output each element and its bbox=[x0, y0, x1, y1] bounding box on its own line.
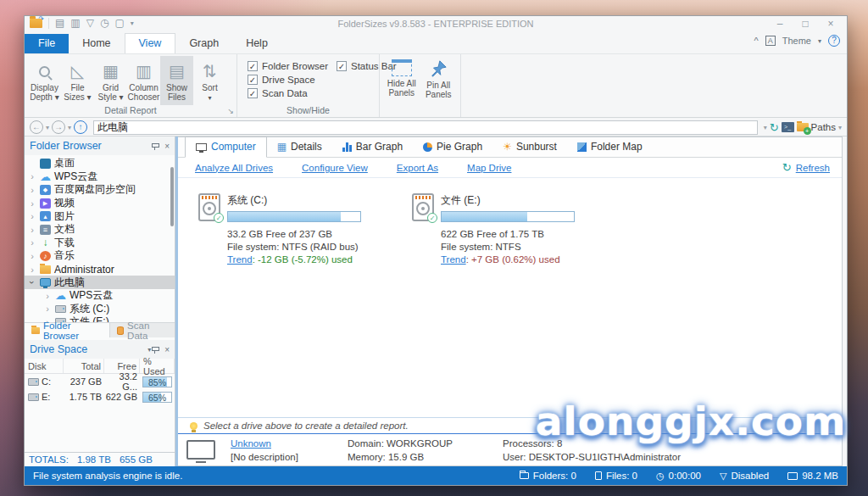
tab-view[interactable]: View bbox=[125, 33, 176, 53]
refresh-path-icon[interactable]: ↻ bbox=[770, 121, 779, 134]
back-history-caret[interactable]: ▾ bbox=[46, 124, 49, 131]
pin-panel-icon[interactable] bbox=[151, 346, 159, 354]
close-panel-icon[interactable]: × bbox=[164, 345, 170, 354]
status-bar: File system analysis engine is idle. Fol… bbox=[25, 466, 847, 485]
tree-item-pictures[interactable]: ›▲ 图片 bbox=[25, 209, 175, 223]
group-show-hide: ✓ Folder Browser ✓ Status Bar ✓ Drive Sp… bbox=[236, 54, 379, 117]
checkbox-icon: ✓ bbox=[248, 88, 258, 98]
left-panel: Folder Browser × 桌面 ›☁ WPS云盘 ›◆ 百度网盘同步空间… bbox=[25, 137, 175, 466]
drive-card-c[interactable]: ✓ 系统 (C:) 33.2 GB Free of 237 GB File sy… bbox=[198, 193, 361, 266]
sort-button[interactable]: ⇅ Sort▾ bbox=[193, 56, 226, 105]
baidu-pan-icon: ◆ bbox=[40, 185, 51, 195]
checkbox-drive-space[interactable]: ✓ Drive Space bbox=[248, 75, 328, 85]
checkbox-folder-browser[interactable]: ✓ Folder Browser bbox=[248, 61, 328, 71]
tree-item-administrator[interactable]: › Administrator bbox=[25, 263, 175, 276]
forward-history-caret[interactable]: ▾ bbox=[68, 124, 71, 131]
minimize-button[interactable]: – bbox=[767, 16, 793, 32]
add-path-icon[interactable] bbox=[797, 123, 809, 131]
drive-icon bbox=[55, 318, 66, 322]
tree-item-desktop[interactable]: 桌面 bbox=[25, 157, 175, 170]
folder-map-icon bbox=[577, 142, 587, 152]
computer-name-link[interactable]: Unknown bbox=[231, 438, 271, 449]
tab-bar-graph[interactable]: Bar Graph bbox=[332, 137, 413, 157]
tab-graph[interactable]: Graph bbox=[175, 34, 232, 53]
tab-folder-map[interactable]: Folder Map bbox=[567, 137, 653, 157]
theme-dropdown[interactable]: Theme bbox=[782, 36, 811, 46]
pin-panel-icon[interactable] bbox=[151, 142, 159, 150]
display-depth-icon bbox=[39, 66, 50, 77]
drive-row-c[interactable]: C: 237 GB 33.2 G... 85% bbox=[25, 374, 175, 389]
title-bar: ▤ ▥ ▽ ◷ ▢ ▾ FolderSizes v9.8.583 - ENTER… bbox=[25, 16, 847, 33]
configure-view-link[interactable]: Configure View bbox=[302, 163, 368, 173]
tree-item-downloads[interactable]: ›↓ 下载 bbox=[25, 237, 175, 250]
paths-button[interactable]: Paths bbox=[811, 122, 836, 132]
drive-free-space: 622 GB Free of 1.75 TB bbox=[441, 228, 575, 241]
drive-file-system: File system: NTFS bbox=[441, 241, 575, 254]
checkbox-scan-data[interactable]: ✓ Scan Data bbox=[248, 88, 328, 98]
trend-link[interactable]: Trend bbox=[227, 254, 253, 265]
analyze-all-drives-link[interactable]: Analyze All Drives bbox=[195, 163, 273, 173]
pin-all-panels-button[interactable]: Pin AllPanels bbox=[420, 56, 458, 105]
drive-name: 文件 (E:) bbox=[441, 193, 575, 208]
tab-details[interactable]: ▦ Details bbox=[267, 137, 332, 157]
folder-tree: 桌面 ›☁ WPS云盘 ›◆ 百度网盘同步空间 ›▶ 视频 ›▲ 图片 ›≡ 文… bbox=[25, 155, 175, 322]
back-button[interactable]: ← bbox=[30, 120, 43, 134]
table-header[interactable]: Disk Total Free % Used bbox=[25, 359, 175, 374]
tab-file[interactable]: File bbox=[25, 34, 69, 53]
maximize-button[interactable]: □ bbox=[793, 16, 818, 32]
display-depth-button[interactable]: DisplayDepth ▾ bbox=[28, 56, 61, 105]
tab-pie-graph[interactable]: Pie Graph bbox=[413, 137, 492, 157]
computer-icon bbox=[40, 278, 51, 287]
tree-item-drive-c[interactable]: › 系统 (C:) bbox=[25, 303, 175, 316]
tree-item-wps-cloud[interactable]: ›☁ WPS云盘 bbox=[25, 170, 175, 184]
hide-all-panels-button[interactable]: Hide AllPanels bbox=[383, 56, 420, 105]
up-button[interactable]: ↑ bbox=[74, 120, 87, 134]
monitor-icon bbox=[186, 440, 215, 460]
tab-sunburst[interactable]: ☀ Sunburst bbox=[492, 137, 567, 157]
theme-caret-icon[interactable]: ▾ bbox=[818, 37, 821, 45]
export-as-link[interactable]: Export As bbox=[397, 163, 438, 173]
tab-help[interactable]: Help bbox=[232, 34, 281, 53]
show-files-button[interactable]: ▤ ShowFiles bbox=[160, 56, 193, 105]
tree-item-wps-cloud-nested[interactable]: ›☁ WPS云盘 bbox=[25, 289, 175, 303]
tab-scan-data[interactable]: Scan Data bbox=[110, 323, 175, 337]
trend-link[interactable]: Trend bbox=[441, 254, 466, 265]
checkbox-icon: ✓ bbox=[248, 75, 258, 85]
trend-value: -12 GB (-5.72%) used bbox=[258, 254, 353, 265]
grid-style-button[interactable]: ▦ GridStyle ▾ bbox=[94, 56, 127, 105]
refresh-icon: ↻ bbox=[782, 161, 792, 174]
tab-home[interactable]: Home bbox=[69, 34, 124, 53]
tree-scrollbar[interactable] bbox=[170, 167, 174, 226]
column-chooser-button[interactable]: ▥ ColumnChooser bbox=[127, 56, 160, 105]
tree-item-drive-e[interactable]: › 文件 (E:) bbox=[25, 315, 175, 322]
path-dropdown-caret[interactable]: ▾ bbox=[764, 124, 767, 131]
tree-item-baidu-sync[interactable]: ›◆ 百度网盘同步空间 bbox=[25, 183, 175, 197]
dialog-launcher-icon[interactable]: ↘ bbox=[227, 107, 234, 115]
usage-bar bbox=[441, 211, 575, 222]
close-panel-icon[interactable]: × bbox=[164, 142, 170, 151]
close-button[interactable]: × bbox=[818, 16, 843, 32]
map-drive-link[interactable]: Map Drive bbox=[467, 163, 511, 173]
tree-item-documents[interactable]: ›≡ 文档 bbox=[25, 223, 175, 237]
tab-computer[interactable]: Computer bbox=[185, 137, 267, 158]
refresh-link[interactable]: Refresh bbox=[796, 163, 830, 173]
tab-folder-browser[interactable]: Folder Browser bbox=[25, 323, 110, 337]
tree-item-this-pc[interactable]: › 此电脑 bbox=[25, 276, 175, 289]
status-filter[interactable]: ▽ Disabled bbox=[720, 471, 769, 482]
drive-card-e[interactable]: ✓ 文件 (E:) 622 GB Free of 1.75 TB File sy… bbox=[412, 193, 575, 266]
paths-caret[interactable]: ▾ bbox=[838, 124, 842, 131]
path-input[interactable]: 此电脑 bbox=[93, 120, 758, 135]
bar-chart-icon bbox=[342, 142, 352, 152]
forward-button[interactable]: → bbox=[52, 120, 65, 134]
drive-row-e[interactable]: E: 1.75 TB 622 GB 65% bbox=[25, 389, 175, 404]
drive-icon bbox=[55, 305, 66, 313]
pushpin-icon bbox=[429, 59, 448, 78]
collapse-ribbon-icon[interactable]: ^ bbox=[754, 36, 759, 46]
group-detail-report: DisplayDepth ▾ ◺ FileSizes ▾ ▦ GridStyle… bbox=[25, 54, 236, 117]
file-sizes-button[interactable]: ◺ FileSizes ▾ bbox=[61, 56, 94, 105]
tree-item-music[interactable]: ›♪ 音乐 bbox=[25, 249, 175, 263]
help-icon[interactable]: ? bbox=[828, 35, 840, 47]
tree-item-videos[interactable]: ›▶ 视频 bbox=[25, 197, 175, 210]
grid-style-icon: ▦ bbox=[103, 59, 119, 83]
command-prompt-icon[interactable]: >_ bbox=[782, 122, 794, 132]
